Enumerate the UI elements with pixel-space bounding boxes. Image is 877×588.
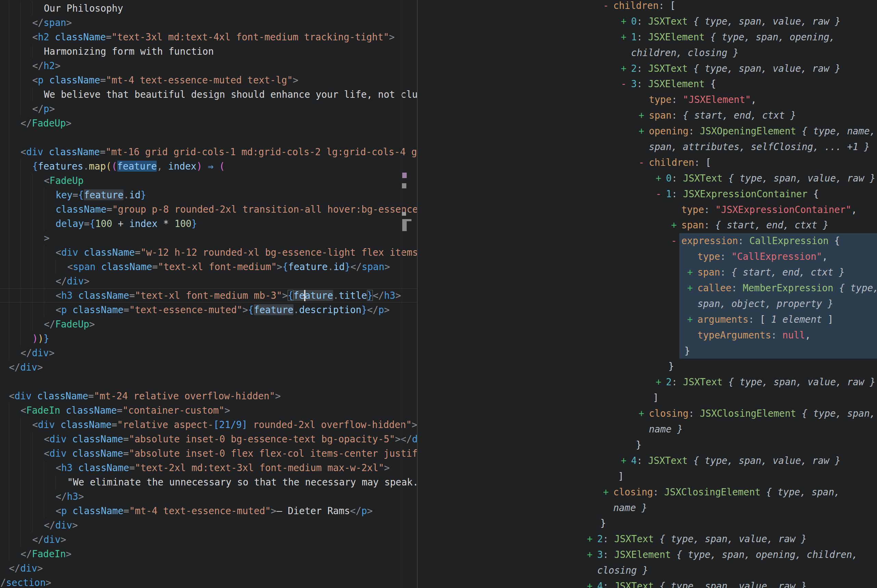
ast-row[interactable]: -1: JSXExpressionContainer { — [417, 186, 877, 202]
code-line[interactable]: /section> — [0, 575, 417, 588]
expand-node-toggle[interactable]: + — [687, 265, 697, 280]
code-line[interactable]: <div className="w-12 h-12 rounded-xl bg-… — [0, 245, 417, 260]
code-line[interactable]: <span className="text-xl font-medium">{f… — [0, 260, 417, 274]
ast-row[interactable]: +callee: MemberExpression { type, — [417, 280, 877, 296]
ast-row[interactable]: type: "JSXElement", — [417, 92, 877, 108]
code-line[interactable]: <FadeUp — [0, 173, 417, 188]
code-line[interactable]: </div> — [0, 360, 417, 374]
expand-node-toggle[interactable]: + — [671, 218, 681, 233]
code-line[interactable]: key={feature.id} — [0, 188, 417, 202]
ast-row[interactable]: name } — [417, 422, 877, 437]
ast-row[interactable]: type: "CallExpression", — [417, 249, 877, 265]
code-line[interactable]: </div> — [0, 561, 417, 575]
ast-row[interactable]: +opening: JSXOpeningElement { type, name… — [417, 123, 877, 139]
ast-row[interactable]: +4: JSXText { type, span, value, raw } — [417, 453, 877, 469]
code-line[interactable]: Harmonizing form with function — [0, 44, 417, 58]
ast-row[interactable]: -expression: CallExpression { — [417, 233, 877, 249]
ast-row[interactable]: type: "JSXExpressionContainer", — [417, 202, 877, 218]
ast-row[interactable]: typeArguments: null, — [417, 327, 877, 343]
expand-node-toggle[interactable]: + — [638, 123, 649, 139]
code-line[interactable]: </div> — [0, 274, 417, 288]
code-line[interactable]: <p className="mt-4 text-essence-muted">—… — [0, 504, 417, 518]
code-line[interactable]: <FadeIn className="container-custom"> — [0, 403, 417, 417]
code-line[interactable]: <div className="mt-16 grid grid-cols-1 m… — [0, 145, 417, 159]
ast-row[interactable]: +closing: JSXClosingElement { type, span… — [417, 484, 877, 500]
ast-row[interactable]: ] — [417, 390, 877, 406]
collapse-node-toggle[interactable]: - — [621, 76, 631, 92]
collapse-node-toggle[interactable]: - — [656, 186, 666, 202]
code-line[interactable]: > — [0, 231, 417, 245]
code-line[interactable]: </h3> — [0, 489, 417, 504]
ast-row[interactable]: } — [417, 516, 877, 531]
expand-node-toggle[interactable]: + — [687, 312, 697, 327]
ast-row[interactable]: +3: JSXElement { type, span, opening, ch… — [417, 547, 877, 563]
code-line[interactable]: className="group p-8 rounded-2xl transit… — [0, 202, 417, 216]
expand-node-toggle[interactable]: + — [656, 374, 666, 390]
ast-row[interactable]: -children: [ — [417, 0, 877, 14]
code-line[interactable]: {features.map((feature, index) ⇒ ( — [0, 159, 417, 173]
ast-row[interactable]: -3: JSXElement { — [417, 76, 877, 92]
code-line[interactable]: delay={100 + index * 100} — [0, 216, 417, 231]
ast-row[interactable]: children, closing } — [417, 45, 877, 61]
ast-tree-panel[interactable]: -children: [+0: JSXText { type, span, va… — [417, 0, 877, 588]
code-line[interactable]: <h3 className="text-2xl md:text-3xl font… — [0, 460, 417, 475]
ast-row[interactable]: +2: JSXText { type, span, value, raw } — [417, 531, 877, 547]
ast-row[interactable]: +2: JSXText { type, span, value, raw } — [417, 374, 877, 390]
ast-row[interactable]: +0: JSXText { type, span, value, raw } — [417, 171, 877, 186]
ast-row[interactable]: ] — [417, 469, 877, 484]
ast-row[interactable]: +span: { start, end, ctxt } — [417, 265, 877, 280]
ast-row[interactable]: +span: { start, end, ctxt } — [417, 218, 877, 233]
ast-row[interactable]: } — [417, 343, 877, 359]
ast-row[interactable]: +0: JSXText { type, span, value, raw } — [417, 14, 877, 29]
ast-row[interactable]: -children: [ — [417, 155, 877, 171]
expand-node-toggle[interactable]: + — [621, 453, 631, 469]
code-line[interactable]: <div className="mt-24 relative overflow-… — [0, 389, 417, 403]
code-line-current[interactable]: <h3 className="text-xl font-medium mb-3"… — [0, 288, 417, 303]
expand-node-toggle[interactable]: + — [621, 29, 631, 45]
ast-row[interactable]: } — [417, 358, 877, 374]
ast-row[interactable]: span, object, property } — [417, 296, 877, 312]
ast-row[interactable]: name } — [417, 500, 877, 516]
expand-node-toggle[interactable]: + — [587, 547, 597, 563]
code-line[interactable]: </div> — [0, 346, 417, 360]
code-line[interactable]: </FadeUp> — [0, 116, 417, 130]
expand-node-toggle[interactable]: + — [621, 61, 631, 76]
collapse-node-toggle[interactable]: - — [638, 155, 649, 171]
code-line[interactable]: <div className="absolute inset-0 bg-esse… — [0, 432, 417, 446]
code-line[interactable]: We believe that beautiful design should … — [0, 87, 417, 102]
ast-row[interactable]: +4: JSXText { type, span, value, raw } — [417, 578, 877, 588]
ast-row[interactable]: } — [417, 437, 877, 453]
code-line[interactable]: </p> — [0, 102, 417, 116]
ast-row[interactable]: span, attributes, selfClosing, ... +1 } — [417, 139, 877, 155]
ast-row[interactable]: +closing: JSXClosingElement { type, span… — [417, 406, 877, 422]
ast-row[interactable]: +arguments: [ 1 element ] — [417, 312, 877, 327]
expand-node-toggle[interactable]: + — [603, 484, 613, 500]
expand-node-toggle[interactable]: + — [587, 578, 597, 588]
code-line[interactable]: ))} — [0, 331, 417, 346]
code-line[interactable]: <div className="relative aspect-[21/9] r… — [0, 417, 417, 432]
expand-node-toggle[interactable]: + — [638, 108, 649, 123]
expand-node-toggle[interactable]: + — [656, 171, 666, 186]
collapse-node-toggle[interactable]: - — [671, 233, 681, 249]
code-line[interactable]: <p className="text-essence-muted">{featu… — [0, 303, 417, 317]
code-line[interactable]: <div className="absolute inset-0 flex fl… — [0, 446, 417, 460]
ast-row[interactable]: +span: { start, end, ctxt } — [417, 108, 877, 123]
code-line[interactable]: </FadeUp> — [0, 317, 417, 331]
expand-node-toggle[interactable]: + — [687, 280, 697, 296]
expand-node-toggle[interactable]: + — [587, 531, 597, 547]
code-line[interactable]: <p className="mt-4 text-essence-muted te… — [0, 73, 417, 87]
code-line[interactable]: "We eliminate the unnecessary so that th… — [0, 475, 417, 489]
ast-row[interactable]: +1: JSXElement { type, span, opening, — [417, 29, 877, 45]
code-line[interactable]: </div> — [0, 518, 417, 532]
ast-row[interactable]: +2: JSXText { type, span, value, raw } — [417, 61, 877, 76]
code-line[interactable]: </span> — [0, 15, 417, 30]
code-editor-panel[interactable]: Our Philosophy</span><h2 className="text… — [0, 0, 417, 588]
code-line[interactable]: </FadeIn> — [0, 547, 417, 561]
code-line[interactable]: </div> — [0, 532, 417, 547]
expand-node-toggle[interactable]: + — [621, 14, 631, 29]
expand-node-toggle[interactable]: + — [638, 406, 649, 422]
code-line[interactable] — [0, 130, 417, 145]
code-line[interactable]: <h2 className="text-3xl md:text-4xl font… — [0, 30, 417, 44]
code-line[interactable] — [0, 374, 417, 389]
collapse-node-toggle[interactable]: - — [603, 0, 613, 14]
